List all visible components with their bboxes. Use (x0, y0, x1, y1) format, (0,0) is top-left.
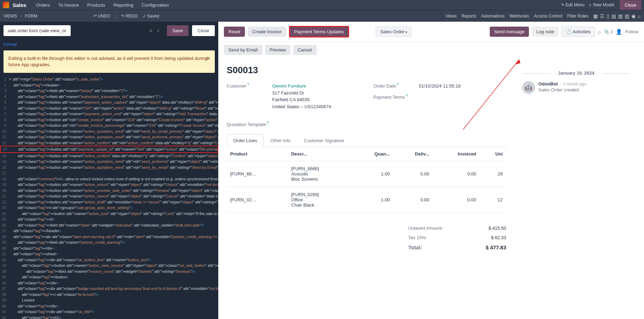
eye-icon[interactable]: ◉ (631, 13, 636, 19)
code-line[interactable]: 23 attr">class="tag"><t attr">groups="sa… (0, 205, 218, 211)
cell-unit[interactable]: 12 (480, 187, 506, 213)
code-line[interactable]: 42 attr">class="tag"><h1> (0, 315, 218, 319)
col-unit[interactable]: Uni (480, 147, 506, 161)
tab-other-info[interactable]: Other Info (264, 134, 297, 147)
menu-orders[interactable]: Orders (33, 1, 54, 9)
code-line[interactable]: 24 attr">class="tag"><button attr">name=… (0, 211, 218, 217)
pivot-icon[interactable]: ▥ (625, 13, 629, 19)
follow-button[interactable]: Follow (625, 29, 638, 34)
cell-product[interactable]: [FURN_02… (227, 187, 288, 213)
cell-quantity[interactable]: 1.00 (352, 187, 393, 213)
redo-button[interactable]: ↷REDO (121, 14, 138, 19)
save-button[interactable]: Save (167, 25, 189, 36)
code-line[interactable]: 28 attr">class="tag"><div attr">class="a… (0, 234, 218, 240)
menu-reporting[interactable]: Reporting (110, 1, 137, 9)
code-line[interactable]: 34 attr">class="tag"><field attr">name="… (0, 269, 218, 275)
cell-quantity[interactable]: 1.00 (352, 161, 393, 187)
undo-button[interactable]: ↶UNDO (93, 14, 110, 19)
code-line[interactable]: 7 attr">class="tag"><button attr">name="… (0, 111, 218, 117)
link-webhooks[interactable]: Webhooks (509, 14, 529, 19)
activities-button[interactable]: 🕐 Activities (561, 27, 595, 37)
cell-description[interactable]: [FURN_0269]OfficeChair Black (288, 187, 352, 213)
chart-icon[interactable]: ▨ (618, 13, 623, 19)
col-product[interactable]: Product (227, 147, 288, 161)
code-line[interactable]: 35 attr">class="tag"></button> (0, 274, 218, 280)
cell-invoiced[interactable]: 0.00 (433, 187, 480, 213)
code-line[interactable]: 27 attr">class="tag"></header> (0, 228, 218, 234)
tab-customer-signature[interactable]: Customer Signature (297, 134, 351, 147)
cell-invoiced[interactable]: 0.00 (433, 161, 480, 187)
warning-close-icon[interactable]: ✕ (206, 55, 211, 62)
clear-icon[interactable]: ✕ (149, 28, 153, 33)
code-line[interactable]: 19 attr">class="tag"><button attr">name=… (0, 182, 218, 188)
help-icon[interactable]: ? (406, 94, 408, 98)
code-line[interactable]: 25 attr">class="tag"></t> (0, 216, 218, 222)
code-line[interactable]: 12 attr">class="tag"><button attr">name=… (0, 140, 218, 146)
code-line[interactable]: 6 attr">class="tag"><button attr">name="… (0, 105, 218, 111)
cell-product[interactable]: [FURN_66… (227, 161, 288, 187)
preview-button[interactable]: Preview (265, 45, 290, 55)
link-access-control[interactable]: Access Control (534, 14, 562, 19)
code-line[interactable]: 4 attr">class="tag"><field attr">name="a… (0, 94, 218, 100)
breadcrumb-views[interactable]: VIEWS (3, 14, 17, 19)
code-line[interactable]: 21 attr">class="tag"><button attr">name=… (0, 193, 218, 199)
code-line[interactable]: 32 attr">class="tag"><div attr">class="o… (0, 257, 218, 263)
code-line[interactable]: 18 attr">class="comment"><!-- allow to u… (0, 176, 218, 182)
send-message-button[interactable]: Send message (490, 27, 529, 37)
col-delivered[interactable]: Deliv... (393, 147, 433, 161)
help-icon[interactable]: ? (397, 83, 399, 86)
code-line[interactable]: 14 attr">class="tag"><button attr">name=… (0, 153, 218, 159)
menu-products[interactable]: Products (84, 1, 108, 9)
code-line[interactable]: 11 attr">class="tag"><button attr">name=… (0, 134, 218, 140)
code-line[interactable]: 15 attr">class="tag"><button attr">name=… (0, 159, 218, 165)
col-description[interactable]: Descr... (288, 147, 352, 161)
customer-link[interactable]: Gemini Furniture (272, 83, 306, 89)
close-panel-button[interactable]: Close (192, 25, 215, 36)
search-icon[interactable]: ⌕ (638, 13, 641, 19)
payment-terms-value[interactable] (419, 94, 507, 100)
code-editor[interactable]: 1▾:attr">ring="Sales Order" attr">class=… (0, 76, 218, 319)
code-line[interactable]: 38 attr">class="tag"><i attr">class="fa … (0, 292, 218, 298)
code-line[interactable]: 22 attr">class="tag"><button attr">name=… (0, 199, 218, 205)
code-line[interactable]: 3 attr">class="tag"><field attr">name="l… (0, 88, 218, 94)
reset-button[interactable]: Reset (224, 27, 245, 37)
help-icon[interactable]: ? (247, 83, 249, 86)
calendar-icon[interactable]: ▤ (611, 13, 616, 19)
link-filter-rules[interactable]: Filter Rules (567, 14, 588, 19)
cell-description[interactable]: [FURN_6666]AcousticBloc Screens (288, 161, 352, 187)
table-row[interactable]: [FURN_66… [FURN_6666]AcousticBloc Screen… (227, 161, 506, 187)
code-line[interactable]: 20 attr">class="tag"><button attr">name=… (0, 188, 218, 194)
code-line[interactable]: 13 attr">class="tag"><button attr">id="p… (0, 146, 218, 153)
follower-icon[interactable]: 👤 (616, 29, 622, 35)
code-line[interactable]: 26 attr">class="tag"><field attr">name="… (0, 222, 218, 228)
code-line[interactable]: 10 attr">class="tag"><button attr">name=… (0, 129, 218, 134)
payment-terms-updates-button[interactable]: Payment Terms Updates (289, 26, 349, 37)
quotation-template-value[interactable] (272, 121, 506, 127)
code-line[interactable]: 39 Locked (0, 297, 218, 303)
send-by-email-button[interactable]: Send by Email (224, 45, 262, 55)
table-row[interactable]: [FURN_02… [FURN_0269]OfficeChair Black 1… (227, 187, 506, 213)
code-line[interactable]: 41 attr">class="tag"><div attr">class="o… (0, 309, 218, 315)
close-studio-button[interactable]: Close (620, 0, 641, 10)
code-line[interactable]: 31 attr">class="tag"><sheet> (0, 251, 218, 257)
menu-to-invoice[interactable]: To Invoice (55, 1, 83, 9)
code-line[interactable]: 8 attr">class="tag"><button attr">id="cr… (0, 117, 218, 123)
help-icon[interactable]: ? (267, 121, 269, 125)
attachment-count[interactable]: 📎2 (604, 29, 613, 34)
menu-configuration[interactable]: Configuration (138, 1, 172, 9)
log-note-button[interactable]: Log note (532, 27, 559, 37)
code-line[interactable]: 36 attr">class="tag"></div> (0, 280, 218, 286)
code-line[interactable]: 37 attr">class="tag"><div attr">class="b… (0, 286, 218, 292)
code-line[interactable]: 9 attr">class="tag"><button attr">id="cr… (0, 123, 218, 129)
cell-delivered[interactable]: 0.00 (393, 161, 433, 187)
chatter-author[interactable]: OdooBot (538, 81, 558, 86)
search-chatter-icon[interactable]: ⌕ (598, 29, 601, 35)
chevron-down-icon[interactable]: ▼ (156, 29, 160, 33)
kanban-icon[interactable]: ▯ (607, 13, 609, 19)
code-line[interactable]: 17 (0, 170, 218, 176)
col-quantity[interactable]: Quan... (352, 147, 393, 161)
tab-order-lines[interactable]: Order Lines (227, 134, 264, 147)
code-line[interactable]: 1▾:attr">ring="Sales Order" attr">class=… (0, 76, 218, 82)
sales-order-status-dropdown[interactable]: Sales Order (376, 27, 412, 37)
view-name-input[interactable] (3, 25, 71, 36)
